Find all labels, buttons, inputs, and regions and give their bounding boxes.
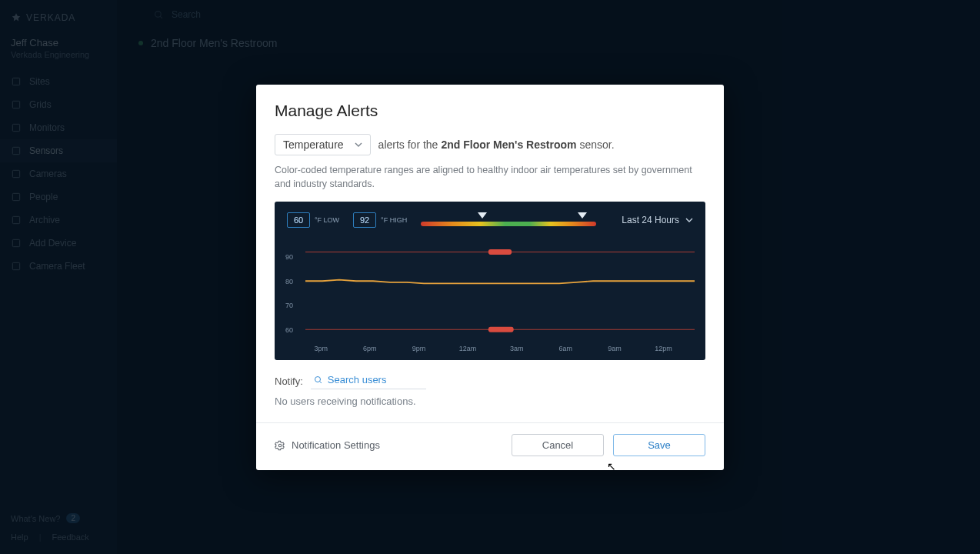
notification-settings-label: Notification Settings — [292, 439, 380, 451]
metric-select-value: Temperature — [283, 138, 344, 151]
modal-description: Color-coded temperature ranges are align… — [275, 163, 705, 191]
svg-rect-13 — [488, 249, 512, 255]
x-tick-label: 6pm — [363, 345, 377, 352]
notify-empty-text: No users receiving notifications. — [256, 392, 724, 422]
x-tick-label: 12pm — [655, 345, 672, 352]
time-range-select[interactable]: Last 24 Hours — [622, 215, 693, 225]
sentence-end: sensor. — [579, 138, 614, 151]
svg-point-17 — [278, 444, 282, 447]
x-tick-label: 3pm — [314, 345, 328, 352]
cancel-button[interactable]: Cancel — [512, 434, 604, 456]
gear-icon — [275, 440, 285, 451]
x-tick-label: 9am — [608, 345, 622, 352]
chevron-down-icon — [355, 141, 362, 149]
search-users-input[interactable]: Search users — [311, 372, 426, 389]
svg-rect-14 — [488, 327, 514, 332]
x-tick-label: 12am — [459, 345, 477, 352]
x-tick-label: 3am — [510, 345, 524, 352]
modal-title: Manage Alerts — [275, 102, 705, 120]
sentence-mid: alerts for the — [378, 138, 438, 151]
y-tick-label: 70 — [285, 302, 293, 309]
y-tick-label: 60 — [285, 326, 293, 334]
y-tick-label: 90 — [285, 253, 293, 261]
save-button[interactable]: Save — [613, 434, 705, 456]
chart-card: °F LOW °F HIGH Last 24 Hours 60708090 3p… — [275, 202, 705, 360]
notify-label: Notify: — [275, 375, 303, 387]
sentence-room: 2nd Floor Men's Restroom — [441, 138, 576, 151]
time-range-value: Last 24 Hours — [622, 215, 679, 225]
x-axis-labels: 3pm6pm9pm12am3am6am9am12pm — [305, 345, 695, 355]
chevron-down-icon — [685, 216, 693, 224]
svg-point-15 — [315, 376, 320, 382]
high-threshold-input[interactable] — [353, 212, 376, 228]
y-tick-label: 80 — [285, 278, 293, 285]
low-threshold-input[interactable] — [287, 212, 310, 228]
search-icon — [314, 375, 323, 385]
high-threshold-marker[interactable] — [578, 212, 587, 219]
x-tick-label: 9pm — [412, 345, 426, 352]
low-threshold-unit: °F LOW — [315, 216, 339, 224]
manage-alerts-modal: Manage Alerts Temperature alerts for the… — [256, 85, 724, 470]
metric-select[interactable]: Temperature — [275, 134, 371, 155]
temperature-gradient-bar — [421, 222, 596, 226]
search-users-placeholder: Search users — [328, 374, 387, 385]
high-threshold-unit: °F HIGH — [381, 216, 407, 224]
low-threshold-marker[interactable] — [478, 212, 487, 219]
notification-settings-link[interactable]: Notification Settings — [275, 439, 380, 451]
svg-line-16 — [319, 381, 322, 383]
x-tick-label: 6am — [559, 345, 573, 352]
chart-plot: 60708090 — [305, 245, 695, 342]
